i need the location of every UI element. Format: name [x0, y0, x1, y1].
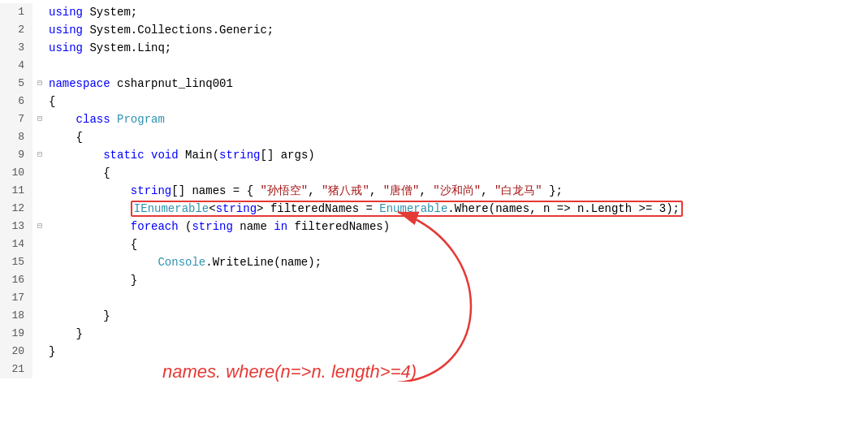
line-content: Console.WriteLine(name);: [47, 253, 868, 271]
line-number: 16: [0, 271, 32, 289]
code-line: 16 }: [0, 271, 868, 289]
code-line: 4: [0, 57, 868, 75]
code-line: 21: [0, 361, 868, 378]
line-number: 1: [0, 3, 32, 21]
code-line: 15 Console.WriteLine(name);: [0, 253, 868, 271]
code-line: 12 IEnumerable<string> filteredNames = E…: [0, 200, 868, 218]
line-content: using System;: [47, 3, 868, 21]
line-number: 9: [0, 146, 32, 164]
code-line: 7⊟ class Program: [0, 110, 868, 128]
line-content: IEnumerable<string> filteredNames = Enum…: [47, 200, 868, 218]
line-number: 13: [0, 218, 32, 235]
line-number: 21: [0, 361, 32, 378]
line-content: using System.Collections.Generic;: [47, 21, 868, 39]
code-line: 2using System.Collections.Generic;: [0, 21, 868, 39]
code-line: 20}: [0, 343, 868, 361]
code-lines: 1using System;2using System.Collections.…: [0, 0, 868, 382]
code-line: 19 }: [0, 325, 868, 343]
code-editor: 1using System;2using System.Collections.…: [0, 0, 868, 382]
line-number: 11: [0, 182, 32, 200]
line-number: 18: [0, 307, 32, 325]
line-content: {: [47, 164, 868, 182]
line-number: 8: [0, 128, 32, 146]
collapse-icon[interactable]: ⊟: [32, 75, 47, 93]
code-line: 5⊟namespace csharpnut_linq001: [0, 75, 868, 93]
line-content: }: [47, 325, 868, 343]
line-number: 17: [0, 289, 32, 307]
line-content: static void Main(string[] args): [47, 146, 868, 164]
line-content: namespace csharpnut_linq001: [47, 75, 868, 93]
code-line: 9⊟ static void Main(string[] args): [0, 146, 868, 164]
code-line: 11 string[] names = { "孙悟空", "猪八戒", "唐僧"…: [0, 182, 868, 200]
line-number: 12: [0, 200, 32, 218]
line-content: }: [47, 343, 868, 361]
line-content: foreach (string name in filteredNames): [47, 218, 868, 235]
highlighted-expression: IEnumerable<string> filteredNames = Enum…: [131, 201, 683, 217]
code-line: 17: [0, 289, 868, 307]
line-content: }: [47, 271, 868, 289]
line-content: {: [47, 128, 868, 146]
line-number: 5: [0, 75, 32, 93]
line-number: 6: [0, 93, 32, 110]
line-number: 19: [0, 325, 32, 343]
line-number: 10: [0, 164, 32, 182]
code-line: 3using System.Linq;: [0, 39, 868, 57]
line-content: string[] names = { "孙悟空", "猪八戒", "唐僧", "…: [47, 182, 868, 200]
code-line: 8 {: [0, 128, 868, 146]
collapse-icon[interactable]: ⊟: [32, 146, 47, 164]
code-line: 14 {: [0, 235, 868, 253]
code-line: 18 }: [0, 307, 868, 325]
collapse-icon[interactable]: ⊟: [32, 110, 47, 128]
code-line: 1using System;: [0, 3, 868, 21]
line-number: 4: [0, 57, 32, 75]
line-content: {: [47, 235, 868, 253]
line-number: 14: [0, 235, 32, 253]
line-content: class Program: [47, 110, 868, 128]
line-number: 2: [0, 21, 32, 39]
collapse-icon[interactable]: ⊟: [32, 218, 47, 235]
code-line: 13⊟ foreach (string name in filteredName…: [0, 218, 868, 235]
line-content: using System.Linq;: [47, 39, 868, 57]
line-number: 15: [0, 253, 32, 271]
code-line: 6{: [0, 93, 868, 110]
line-number: 7: [0, 110, 32, 128]
line-content: }: [47, 307, 868, 325]
line-content: {: [47, 93, 868, 110]
code-line: 10 {: [0, 164, 868, 182]
line-number: 3: [0, 39, 32, 57]
line-number: 20: [0, 343, 32, 361]
